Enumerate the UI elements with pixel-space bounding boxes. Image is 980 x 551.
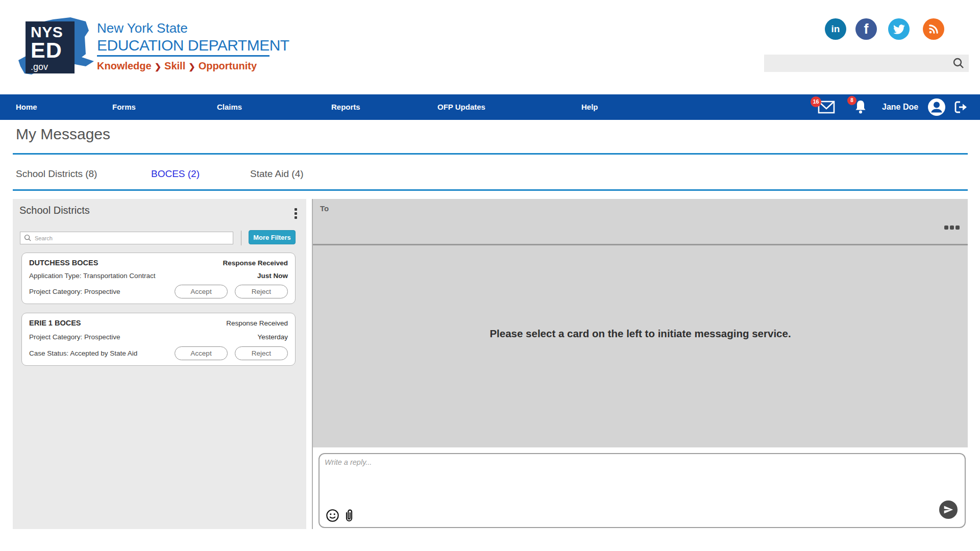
attachment-paperclip-icon[interactable] [344,508,354,522]
linkedin-glyph: in [831,23,840,35]
site-header: NYS ED .gov New York State EDUCATION DEP… [0,0,980,94]
card-timestamp: Yesterday [257,333,288,341]
logo-ed-text: ED [31,40,75,61]
header-search-input[interactable] [764,55,952,72]
facebook-icon[interactable]: f [855,18,877,40]
reply-composer [318,453,966,528]
message-card-dutchess-boces[interactable]: DUTCHESS BOCES Response Received Applica… [21,253,296,304]
card-detail-1: Project Category: Prospective [29,333,120,341]
panel-search [20,232,233,244]
sign-out-icon[interactable] [953,101,968,116]
brand-name-line1: New York State [97,20,188,36]
linkedin-icon[interactable]: in [825,18,846,40]
card-status: Response Received [223,259,288,267]
title-divider [13,153,968,155]
card-timestamp: Just Now [257,272,288,280]
search-icon[interactable] [952,57,965,69]
accept-button[interactable]: Accept [175,346,228,360]
card-title: ERIE 1 BOCES [29,319,81,327]
conversation-list-panel: School Districts More Filters DUTCHESS B… [13,199,306,529]
nav-item-help[interactable]: Help [581,94,598,120]
brand-name-line2: EDUCATION DEPARTMENT [97,37,289,54]
nav-item-home[interactable]: Home [16,94,37,120]
notifications-bell-icon[interactable]: 8 [853,99,868,117]
tabs-divider [13,189,968,191]
tagline-knowledge: Knowledge [97,60,152,71]
header-search [764,55,969,72]
notifications-count-badge: 8 [847,96,856,105]
thread-options-icon[interactable] [944,226,960,230]
emoji-icon[interactable] [326,509,339,522]
card-status: Response Received [226,319,288,327]
tab-boces[interactable]: BOCES (2) [151,168,200,180]
brand-underline [97,55,270,57]
chevron-icon: ❯ [185,62,198,71]
tab-state-aid[interactable]: State Aid (4) [250,168,304,180]
search-icon [24,234,32,242]
message-card-erie-1-boces[interactable]: ERIE 1 BOCES Response Received Project C… [21,313,296,366]
thread-header-divider [313,244,968,245]
nav-item-forms[interactable]: Forms [112,94,136,120]
more-filters-button[interactable]: More Filters [249,230,296,244]
reject-button[interactable]: Reject [235,346,288,360]
card-detail-2: Case Status: Accepted by State Aid [29,349,137,357]
facebook-glyph: f [864,21,869,37]
messages-count-badge: 16 [811,96,821,107]
panel-search-input[interactable] [35,235,233,242]
kebab-menu-icon[interactable] [295,208,297,220]
nav-item-reports[interactable]: Reports [331,94,360,120]
logo-gov-text: .gov [31,62,75,72]
empty-state-message: Please select a card on the left to init… [313,328,968,340]
twitter-icon[interactable] [888,18,910,40]
page-title: My Messages [16,126,110,143]
main-navbar: Home Forms Claims Reports OFP Updates He… [0,94,980,120]
nav-item-ofp-updates[interactable]: OFP Updates [437,94,485,120]
nav-item-claims[interactable]: Claims [217,94,242,120]
send-button[interactable] [939,500,958,519]
reply-input[interactable] [325,458,912,507]
card-detail-1: Application Type: Transportation Contrac… [29,272,155,280]
nysed-logo: NYS ED .gov [26,21,75,73]
to-label: To [320,204,329,213]
reject-button[interactable]: Reject [235,285,288,298]
rss-icon[interactable] [923,18,944,40]
card-title: DUTCHESS BOCES [29,259,98,267]
accept-button[interactable]: Accept [175,285,228,298]
tagline-opportunity: Opportunity [199,60,257,71]
messages-envelope-icon[interactable]: 16 [818,101,835,116]
tagline-skill: Skill [164,60,185,71]
brand-tagline: Knowledge❯Skill❯Opportunity [97,60,257,72]
message-thread-panel: To Please select a card on the left to i… [313,199,968,447]
tab-school-districts[interactable]: School Districts (8) [16,168,97,180]
account-icon[interactable] [928,98,945,116]
search-filter-divider [241,231,241,245]
chevron-icon: ❯ [152,62,164,71]
panel-title: School Districts [19,205,90,216]
nysed-app: NYS ED .gov New York State EDUCATION DEP… [0,0,980,551]
card-detail-2: Project Category: Prospective [29,288,120,295]
user-name: Jane Doe [882,94,918,120]
